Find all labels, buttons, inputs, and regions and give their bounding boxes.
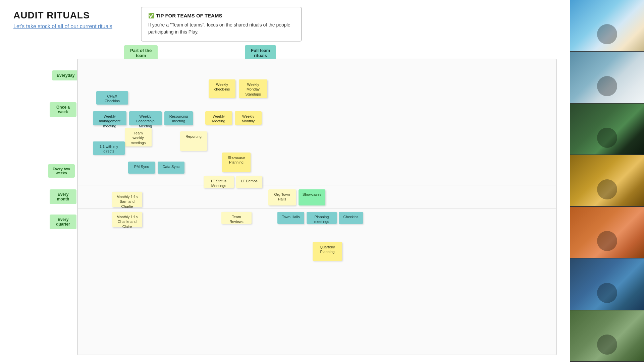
sticky-reporting[interactable]: Reporting (180, 131, 207, 151)
tip-icon: ✅ (148, 13, 155, 18)
sticky-lt-status-meetings[interactable]: LT Status Meetings (204, 176, 234, 188)
person-silhouette-2 (597, 76, 617, 96)
row-label-every-month: Every month (50, 189, 76, 204)
sticky-planning-meetings[interactable]: Planning meetings (307, 212, 337, 224)
sticky-showcases[interactable]: Showcases (299, 189, 325, 205)
video-feed-1 (570, 0, 644, 52)
main-content: AUDIT RITUALS Let's take stock of all of… (0, 0, 570, 362)
sticky-org-town-halls[interactable]: Org Town Halls (268, 189, 296, 205)
sticky-weekly-leadership[interactable]: Weekly Leadership Meeting (129, 111, 162, 125)
tip-title-text: TIP FOR TEAMS OF TEAMS (156, 13, 222, 18)
person-silhouette-1 (597, 24, 617, 44)
video-feed-2 (570, 52, 644, 103)
row-label-once-week: Once a week (50, 102, 76, 117)
tip-title: ✅ TIP FOR TEAMS OF TEAMS (148, 13, 294, 19)
person-silhouette-3 (597, 128, 617, 148)
row-label-every-quarter: Every quarter (50, 215, 76, 229)
tip-body: If you're a "Team of teams", focus on th… (148, 21, 294, 36)
sticky-weekly-monthly[interactable]: Weekly Monthly (235, 111, 262, 125)
sticky-monthly-11-charlie[interactable]: Monthly 1:1s Charlie and Claire (112, 212, 142, 227)
sticky-monthly-11-sam[interactable]: Monthly 1:1s Sam and Charlie (112, 192, 142, 207)
sticky-showcase-planning[interactable]: Showcase Planning (222, 153, 251, 172)
sticky-town-halls[interactable]: Town Halls (277, 212, 304, 224)
video-feed-3 (570, 104, 644, 155)
person-silhouette-6 (597, 283, 617, 303)
sticky-weekly-meeting[interactable]: Weekly Meeting (205, 111, 232, 125)
video-feed-4 (570, 155, 644, 207)
sticky-checkins[interactable]: Checkins (339, 212, 363, 224)
sticky-pm-sync[interactable]: PM Sync (128, 162, 155, 174)
sticky-resourcing[interactable]: Resourcing meeting (164, 111, 193, 125)
sticky-cpex-checkins[interactable]: CPEX Checkins (96, 91, 128, 105)
person-silhouette-4 (597, 179, 617, 199)
sticky-11-directs[interactable]: 1:1 with my directs (93, 141, 125, 155)
person-silhouette-7 (597, 335, 617, 355)
sticky-team-reviews[interactable]: Team Reviews (221, 212, 252, 224)
sticky-weekly-checkins[interactable]: Weekly check-ins (209, 79, 235, 98)
sticky-lt-demos[interactable]: LT Demos (236, 176, 262, 188)
video-feed-5 (570, 207, 644, 258)
sticky-data-sync[interactable]: Data Sync (158, 162, 184, 174)
sticky-weekly-mgmt[interactable]: Weekly management meeting (93, 111, 126, 125)
row-label-everyday: Everyday (52, 70, 79, 80)
sidebar (570, 0, 644, 362)
video-feed-7 (570, 310, 644, 362)
grid-area: CPEX Checkins Weekly check-ins Weekly Mo… (77, 59, 557, 355)
tip-box: ✅ TIP FOR TEAMS OF TEAMS If you're a "Te… (141, 7, 302, 42)
sticky-team-weekly-meetings[interactable]: Team weekly meetings (125, 128, 152, 146)
sticky-quarterly-planning[interactable]: Quarterly Planning (313, 242, 342, 261)
sticky-weekly-monday-standups[interactable]: Weekly Monday Standups (239, 79, 267, 98)
person-silhouette-5 (597, 231, 617, 251)
video-feed-6 (570, 258, 644, 310)
row-label-every-two-weeks: Every two weeks (48, 164, 75, 178)
